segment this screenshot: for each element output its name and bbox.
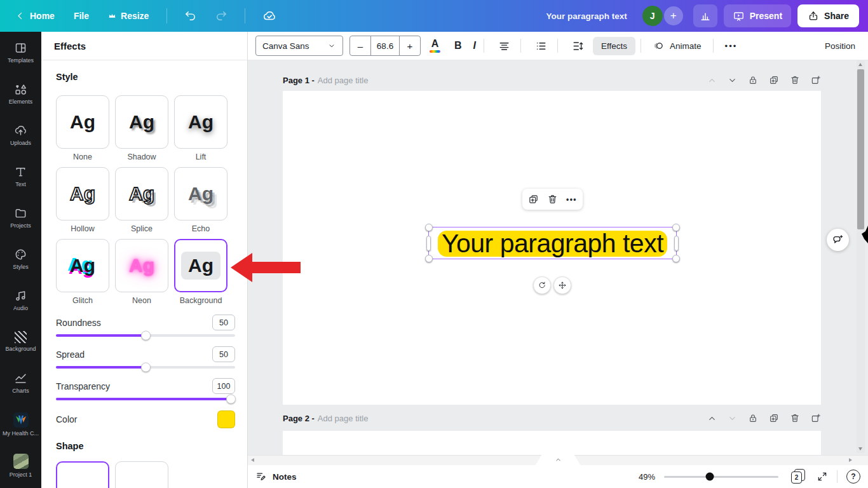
slider-thumb[interactable] [141, 331, 151, 341]
file-menu[interactable]: File [67, 7, 95, 25]
slider-thumb[interactable] [141, 363, 151, 372]
move-page-up-icon[interactable] [707, 76, 717, 85]
zoom-slider-thumb[interactable] [706, 473, 714, 481]
cloud-save-status-button[interactable] [257, 5, 282, 27]
lock-icon[interactable] [748, 75, 758, 85]
lock-icon[interactable] [748, 413, 758, 423]
resize-handle-left[interactable] [426, 236, 431, 251]
zoom-slider[interactable] [664, 476, 778, 478]
italic-button[interactable]: I [471, 40, 478, 51]
page-2-title-placeholder[interactable]: Add page title [318, 414, 369, 423]
redo-button[interactable] [209, 6, 233, 26]
resize-handle-bottom-right[interactable] [672, 255, 680, 262]
avatar[interactable]: J [642, 6, 663, 26]
style-tile-hollow[interactable]: Ag [56, 167, 109, 220]
home-button[interactable]: Home [9, 7, 61, 25]
page-1-title-placeholder[interactable]: Add page title [318, 76, 369, 85]
scroll-up-arrow[interactable] [858, 63, 862, 66]
scroll-down-arrow[interactable] [858, 447, 862, 451]
move-page-down-icon[interactable] [728, 76, 737, 85]
horizontal-scrollbar[interactable] [248, 455, 868, 465]
move-page-up-icon[interactable] [707, 414, 717, 423]
text-color-button[interactable]: A [424, 36, 445, 56]
move-handle[interactable] [553, 276, 571, 294]
animate-button[interactable]: Animate [646, 36, 708, 57]
line-spacing-button[interactable] [567, 37, 589, 55]
bold-button[interactable]: B [449, 37, 467, 55]
help-button[interactable]: ? [846, 470, 860, 484]
duplicate-page-icon[interactable] [769, 75, 779, 85]
style-tile-splice[interactable]: Ag [115, 167, 168, 220]
style-tile-lift[interactable]: Ag [174, 95, 227, 149]
roundness-slider[interactable] [56, 334, 235, 337]
style-tile-background-selected[interactable]: Ag [174, 239, 227, 292]
sidebar-item-projects[interactable]: Projects [0, 197, 41, 238]
resize-handle-top-right[interactable] [672, 224, 680, 231]
style-tile-echo[interactable]: Ag [174, 167, 227, 220]
shape-tile-curve[interactable]: ABC [115, 461, 168, 488]
style-tile-none[interactable]: Ag [56, 95, 109, 149]
sidebar-item-elements[interactable]: Elements [0, 73, 41, 114]
insights-button[interactable] [693, 4, 717, 27]
add-member-button[interactable]: + [664, 6, 683, 25]
duplicate-page-icon[interactable] [769, 413, 779, 423]
vertical-scrollbar[interactable] [857, 60, 865, 453]
document-title[interactable]: Your paragraph text [546, 11, 627, 21]
vertical-scrollbar-thumb[interactable] [857, 69, 864, 229]
transparency-slider[interactable] [56, 398, 235, 400]
style-tile-glitch[interactable]: Ag [56, 239, 109, 292]
font-size-value[interactable]: 68.6 [370, 36, 400, 55]
style-tile-shadow[interactable]: Ag [115, 95, 168, 149]
spread-slider[interactable] [56, 366, 235, 369]
delete-element-icon[interactable] [547, 194, 558, 205]
resize-button[interactable]: Resize [102, 7, 155, 25]
font-family-select[interactable]: Canva Sans [255, 36, 343, 56]
page-2[interactable] [283, 431, 821, 456]
shape-tile-none-selected[interactable]: ABCD [56, 461, 109, 488]
sidebar-item-templates[interactable]: Templates [0, 32, 41, 73]
transparency-value-input[interactable]: 100 [212, 378, 235, 394]
toolbar-more-button[interactable]: ••• [719, 41, 744, 51]
present-button[interactable]: Present [724, 4, 791, 27]
background-color-swatch[interactable] [217, 410, 235, 428]
scroll-left-arrow[interactable] [251, 458, 254, 462]
expand-panel-tab[interactable] [535, 454, 581, 466]
font-size-increase-button[interactable]: + [400, 36, 420, 55]
add-page-icon[interactable] [811, 413, 821, 423]
duplicate-element-icon[interactable] [528, 194, 539, 205]
rotate-handle[interactable] [533, 276, 551, 294]
sidebar-item-text[interactable]: Text [0, 156, 41, 197]
roundness-value-input[interactable]: 50 [212, 315, 235, 330]
sidebar-item-charts[interactable]: Charts [0, 362, 41, 403]
style-tile-neon[interactable]: Ag [115, 239, 168, 292]
scroll-right-arrow[interactable] [849, 458, 852, 462]
paragraph-text[interactable]: Your paragraph text [438, 231, 667, 257]
delete-page-icon[interactable] [790, 75, 800, 85]
grid-view-button[interactable]: 2 [791, 469, 806, 484]
spread-value-input[interactable]: 50 [212, 346, 235, 362]
move-page-down-icon[interactable] [728, 414, 737, 423]
share-button[interactable]: Share [797, 4, 859, 27]
sidebar-item-uploads[interactable]: Uploads [0, 114, 41, 156]
sidebar-item-audio[interactable]: Audio [0, 280, 41, 321]
resize-handle-bottom-left[interactable] [425, 255, 433, 262]
resize-handle-right[interactable] [674, 236, 679, 251]
add-comment-button[interactable] [827, 229, 849, 251]
resize-handle-top-left[interactable] [425, 224, 433, 231]
add-page-icon[interactable] [811, 75, 821, 85]
delete-page-icon[interactable] [790, 413, 800, 423]
fullscreen-button[interactable] [817, 471, 828, 482]
font-size-decrease-button[interactable]: – [350, 36, 370, 55]
sidebar-item-my-health-app[interactable]: My Health C... [0, 403, 41, 445]
slider-thumb[interactable] [226, 395, 236, 404]
sidebar-item-project-1[interactable]: Project 1 [0, 445, 41, 486]
sidebar-item-background[interactable]: Background [0, 321, 41, 362]
text-element-selected[interactable]: Your paragraph text [420, 226, 685, 261]
text-align-button[interactable] [493, 37, 515, 55]
effects-button-active[interactable]: Effects [593, 37, 635, 55]
notes-button[interactable]: Notes [255, 471, 297, 482]
undo-button[interactable] [179, 6, 203, 26]
position-button[interactable]: Position [820, 37, 860, 55]
element-more-button[interactable]: ••• [566, 195, 577, 204]
sidebar-item-styles[interactable]: Styles [0, 238, 41, 280]
